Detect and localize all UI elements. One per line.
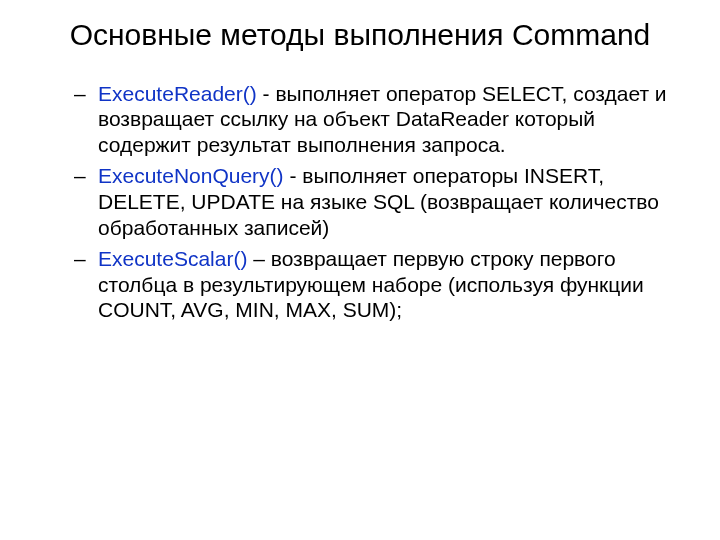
list-item: ExecuteScalar() – возвращает первую стро… bbox=[74, 246, 670, 323]
method-name: ExecuteNonQuery() bbox=[98, 164, 284, 187]
method-name: ExecuteScalar() bbox=[98, 247, 247, 270]
slide-title: Основные методы выполнения Command bbox=[40, 18, 680, 53]
method-list: ExecuteReader() - выполняет оператор SEL… bbox=[40, 81, 680, 323]
list-item: ExecuteNonQuery() - выполняет операторы … bbox=[74, 163, 670, 240]
method-name: ExecuteReader() bbox=[98, 82, 257, 105]
list-item: ExecuteReader() - выполняет оператор SEL… bbox=[74, 81, 670, 158]
slide: Основные методы выполнения Command Execu… bbox=[0, 0, 720, 540]
